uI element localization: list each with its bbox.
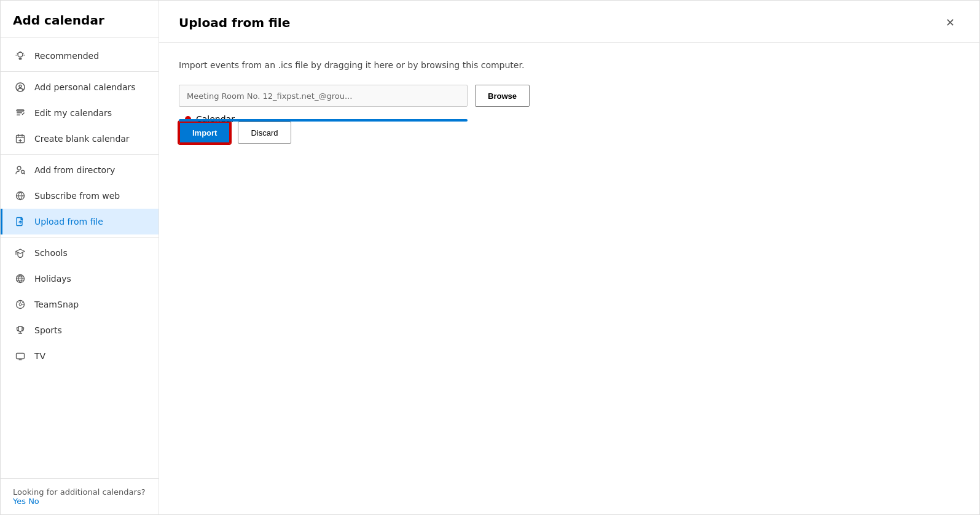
sidebar-item-label-create-blank: Create blank calendar	[34, 134, 130, 144]
person-search-icon	[15, 165, 26, 176]
sidebar-item-recommended[interactable]: Recommended	[1, 43, 159, 69]
sidebar-item-label-sports: Sports	[34, 325, 62, 335]
file-input-row: Meeting Room No. 12_fixpst.net_@grou... …	[179, 85, 960, 107]
tv-icon	[15, 350, 26, 362]
sidebar-item-edit-my[interactable]: Edit my calendars	[1, 100, 159, 126]
sidebar-item-add-personal[interactable]: Add personal calendars	[1, 74, 159, 100]
add-calendar-dialog: Add calendar Recommended	[0, 0, 980, 515]
sidebar-item-label-schools: Schools	[34, 248, 68, 258]
description-text: Import events from an .ics file by dragg…	[179, 60, 960, 70]
trophy-icon	[15, 325, 26, 336]
link-circle-icon	[15, 190, 26, 201]
browse-button[interactable]: Browse	[475, 85, 530, 107]
sidebar-item-label-upload-file: Upload from file	[34, 217, 103, 227]
main-title: Upload from file	[179, 15, 290, 30]
footer-yes-link[interactable]: Yes	[13, 497, 26, 506]
sidebar-item-label-edit-my: Edit my calendars	[34, 108, 112, 118]
sidebar-item-create-blank[interactable]: Create blank calendar	[1, 126, 159, 152]
sidebar-item-teamsnap[interactable]: TeamSnap	[1, 292, 159, 317]
lightbulb-icon	[15, 50, 26, 61]
file-path-display: Meeting Room No. 12_fixpst.net_@grou...	[179, 85, 468, 107]
svg-rect-5	[17, 115, 20, 116]
footer-looking-for: Looking for additional calendars? Yes No	[1, 478, 159, 514]
sidebar-title: Add calendar	[1, 1, 159, 38]
calendar-plus-icon	[15, 133, 26, 144]
main-header: Upload from file ✕	[159, 1, 979, 43]
sidebar-item-label-subscribe-web: Subscribe from web	[34, 191, 120, 201]
sidebar-item-label-teamsnap: TeamSnap	[34, 300, 79, 309]
file-upload-icon	[15, 216, 26, 227]
svg-rect-14	[17, 354, 25, 359]
footer-no-link[interactable]: No	[28, 497, 39, 506]
sidebar-item-sports[interactable]: Sports	[1, 317, 159, 343]
svg-point-2	[19, 85, 22, 88]
sidebar: Add calendar Recommended	[1, 1, 159, 514]
sidebar-item-label-recommended: Recommended	[34, 51, 99, 61]
sidebar-item-subscribe-web[interactable]: Subscribe from web	[1, 183, 159, 209]
sidebar-item-tv[interactable]: TV	[1, 343, 159, 369]
soccer-icon	[15, 299, 26, 310]
sidebar-item-holidays[interactable]: Holidays	[1, 266, 159, 292]
sidebar-item-label-holidays: Holidays	[34, 274, 71, 284]
discard-button[interactable]: Discard	[238, 122, 291, 144]
svg-point-7	[17, 166, 21, 170]
close-button[interactable]: ✕	[940, 13, 960, 33]
sidebar-item-schools[interactable]: Schools	[1, 240, 159, 266]
sidebar-item-label-add-personal: Add personal calendars	[34, 82, 136, 92]
action-row: Import Discard	[179, 122, 960, 144]
sidebar-item-upload-file[interactable]: Upload from file	[1, 209, 159, 234]
file-path-value: Meeting Room No. 12_fixpst.net_@grou...	[187, 91, 352, 101]
svg-rect-4	[17, 112, 22, 114]
svg-rect-3	[17, 110, 24, 111]
sidebar-item-label-add-directory: Add from directory	[34, 165, 115, 175]
person-circle-icon	[15, 82, 26, 93]
svg-point-0	[18, 52, 23, 57]
svg-marker-13	[19, 303, 22, 306]
sidebar-item-add-directory[interactable]: Add from directory	[1, 157, 159, 183]
globe-icon	[15, 273, 26, 284]
main-body: Import events from an .ics file by dragg…	[159, 43, 979, 514]
sidebar-nav: Recommended Add personal calendars	[1, 38, 159, 478]
sidebar-item-label-tv: TV	[34, 351, 45, 361]
main-content: Upload from file ✕ Import events from an…	[159, 1, 979, 514]
import-button[interactable]: Import	[179, 122, 230, 144]
school-icon	[15, 247, 26, 258]
edit-icon	[15, 107, 26, 118]
